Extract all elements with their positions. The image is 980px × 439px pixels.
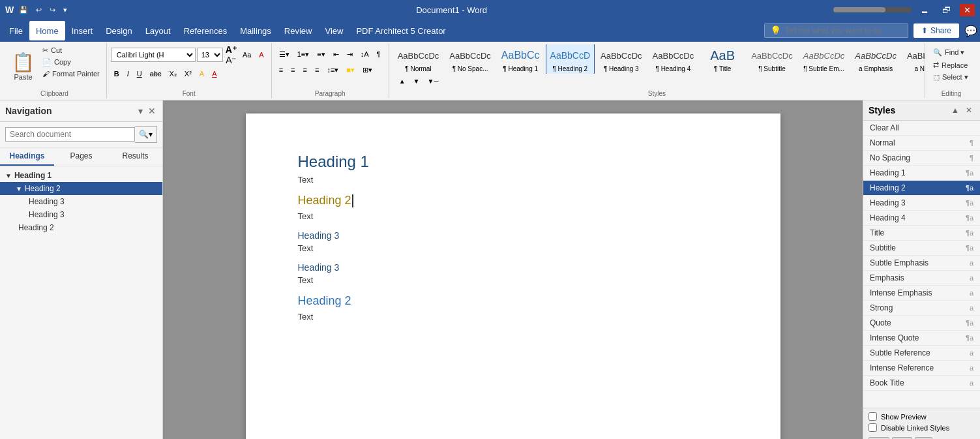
style-normal[interactable]: AaBbCcDc ¶ Normal <box>393 44 444 74</box>
style-row-normal[interactable]: Normal ¶ <box>863 136 980 151</box>
doc-heading2-first[interactable]: Heading 2 <box>298 194 728 207</box>
close-button[interactable]: ✕ <box>960 4 975 16</box>
menu-item-review[interactable]: Review <box>278 21 319 40</box>
document-page[interactable]: Heading 1 Text Heading 2 Text Heading 3 … <box>246 114 780 439</box>
nav-heading2-second[interactable]: Heading 2 <box>0 221 162 234</box>
justify-button[interactable]: ≡ <box>312 63 322 77</box>
line-spacing-button[interactable]: ↕≡▾ <box>323 63 342 77</box>
menu-item-home[interactable]: Home <box>29 21 65 40</box>
show-preview-check[interactable] <box>869 412 877 421</box>
disable-linked-styles-check[interactable] <box>869 423 877 432</box>
menu-item-pdf[interactable]: PDF Architect 5 Creator <box>349 21 452 40</box>
doc-heading3-first[interactable]: Heading 3 <box>298 230 728 241</box>
style-title[interactable]: AaB ¶ Title <box>700 44 745 74</box>
style-row-intense-quote[interactable]: Intense Quote ¶a <box>863 331 980 346</box>
strikethrough-button[interactable]: abc <box>147 67 165 81</box>
doc-text-5[interactable]: Text <box>298 312 728 322</box>
shading-button[interactable]: ■▾ <box>343 63 358 77</box>
style-row-subtle-emphasis[interactable]: Subtle Emphasis a <box>863 256 980 271</box>
nav-tab-results[interactable]: Results <box>108 147 162 166</box>
customize-quick-access-button[interactable]: ▾ <box>61 5 70 16</box>
restore-button[interactable]: 🗗 <box>938 4 955 16</box>
style-row-intense-emphasis[interactable]: Intense Emphasis a <box>863 286 980 301</box>
doc-heading2-second[interactable]: Heading 2 <box>298 294 728 308</box>
nav-heading1[interactable]: ▼ Heading 1 <box>0 169 162 182</box>
style-subtitle[interactable]: AaBbCcDc ¶ Subtitle <box>747 44 797 74</box>
style-row-title[interactable]: Title ¶a <box>863 226 980 241</box>
text-highlight-button[interactable]: A <box>196 67 207 81</box>
menu-item-file[interactable]: File <box>3 21 29 40</box>
menu-item-mailings[interactable]: Mailings <box>233 21 278 40</box>
increase-indent-button[interactable]: ⇥ <box>344 47 356 61</box>
align-left-button[interactable]: ≡ <box>276 63 286 77</box>
document-area[interactable]: Heading 1 Text Heading 2 Text Heading 3 … <box>163 100 863 439</box>
share-button[interactable]: ⬆ Share <box>913 23 959 38</box>
doc-text-2[interactable]: Text <box>298 211 728 221</box>
style-row-heading2[interactable]: Heading 2 ¶a <box>863 181 980 196</box>
align-right-button[interactable]: ≡ <box>300 63 310 77</box>
font-size-select[interactable]: 13 <box>197 48 223 62</box>
gallery-scroll-down-button[interactable]: ▼ <box>410 74 423 88</box>
multilevel-list-button[interactable]: ≡▾ <box>314 47 328 61</box>
style-row-quote[interactable]: Quote ¶a <box>863 316 980 331</box>
sort-button[interactable]: ↕A <box>357 47 372 61</box>
navigation-close-button[interactable]: ✕ <box>147 104 157 117</box>
show-paragraph-marks-button[interactable]: ¶ <box>374 47 384 61</box>
style-heading2[interactable]: AaBbCcD ¶ Heading 2 <box>546 44 595 74</box>
style-row-clear-all[interactable]: Clear All <box>863 121 980 136</box>
style-heading3[interactable]: AaBbCcDc ¶ Heading 3 <box>596 44 647 74</box>
nav-tab-pages[interactable]: Pages <box>54 147 108 166</box>
nav-heading2-selected[interactable]: ▼ Heading 2 <box>0 182 162 195</box>
style-normal2[interactable]: AaBbCcDc a Normal <box>902 44 925 74</box>
decrease-font-size-button[interactable]: A⁻ <box>224 55 238 65</box>
style-heading4[interactable]: AaBbCcDc ¶ Heading 4 <box>648 44 699 74</box>
underline-button[interactable]: U <box>134 67 145 81</box>
style-row-strong[interactable]: Strong a <box>863 301 980 316</box>
style-row-heading1[interactable]: Heading 1 ¶a <box>863 166 980 181</box>
menu-item-view[interactable]: View <box>318 21 349 40</box>
format-painter-button[interactable]: 🖌 Format Painter <box>40 68 102 79</box>
show-preview-checkbox[interactable]: Show Preview <box>869 412 975 421</box>
style-row-intense-reference[interactable]: Intense Reference a <box>863 361 980 376</box>
navigation-options-button[interactable]: ▾ <box>137 104 144 117</box>
doc-heading1[interactable]: Heading 1 <box>298 153 728 171</box>
menu-item-references[interactable]: References <box>177 21 233 40</box>
style-heading1[interactable]: AaBbCc ¶ Heading 1 <box>497 44 544 74</box>
increase-font-size-button[interactable]: A⁺ <box>224 44 238 55</box>
borders-button[interactable]: ⊞▾ <box>359 63 376 77</box>
bold-button[interactable]: B <box>111 67 123 81</box>
doc-heading3-second[interactable]: Heading 3 <box>298 262 728 273</box>
bullets-button[interactable]: ☰▾ <box>276 47 293 61</box>
subscript-button[interactable]: X₂ <box>166 67 179 81</box>
style-row-heading3[interactable]: Heading 3 ¶a <box>863 196 980 211</box>
text-effects-button[interactable]: A <box>256 48 267 62</box>
style-no-spacing[interactable]: AaBbCcDc ¶ No Spac... <box>445 44 496 74</box>
disable-linked-styles-checkbox[interactable]: Disable Linked Styles <box>869 423 975 432</box>
superscript-button[interactable]: X² <box>181 67 195 81</box>
cut-button[interactable]: ✂ Cut <box>40 45 102 56</box>
select-button[interactable]: ⬚ Select ▾ <box>929 72 972 83</box>
tell-me-input[interactable] <box>785 26 902 35</box>
font-color-button[interactable]: A <box>209 67 220 81</box>
paste-button[interactable]: 📋 Paste <box>7 44 40 88</box>
italic-button[interactable]: I <box>124 67 132 81</box>
decrease-indent-button[interactable]: ⇤ <box>330 47 342 61</box>
style-row-heading4[interactable]: Heading 4 ¶a <box>863 211 980 226</box>
style-row-emphasis[interactable]: Emphasis a <box>863 271 980 286</box>
style-row-subtle-reference[interactable]: Subtle Reference a <box>863 346 980 361</box>
minimize-button[interactable]: 🗕 <box>917 4 933 16</box>
navigation-search-input[interactable] <box>5 127 135 142</box>
styles-panel-collapse-button[interactable]: ▲ <box>949 104 962 116</box>
gallery-more-button[interactable]: ▼─ <box>424 74 442 88</box>
styles-panel-close-button[interactable]: ✕ <box>963 104 975 116</box>
replace-button[interactable]: ⇄ Replace <box>929 59 972 70</box>
doc-text-4[interactable]: Text <box>298 275 728 285</box>
doc-text-3[interactable]: Text <box>298 243 728 253</box>
numbering-button[interactable]: 1≡▾ <box>294 47 313 61</box>
nav-tab-headings[interactable]: Headings <box>0 147 54 166</box>
find-button[interactable]: 🔍 Find ▾ <box>929 47 972 58</box>
comments-button[interactable]: 💬 <box>964 25 977 37</box>
style-row-subtitle[interactable]: Subtitle ¶a <box>863 241 980 256</box>
style-row-book-title[interactable]: Book Title a <box>863 376 980 391</box>
style-subtle-emphasis[interactable]: AaBbCcDc ¶ Subtle Em... <box>799 44 850 74</box>
